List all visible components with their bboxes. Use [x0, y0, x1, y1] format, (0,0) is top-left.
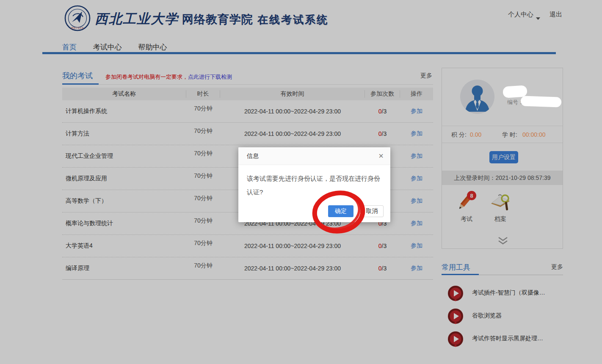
dialog-message: 该考试需要先进行身份认证，是否现在进行身份认证? — [247, 172, 384, 199]
confirm-button[interactable]: 确定 — [328, 205, 353, 217]
cancel-button[interactable]: 取消 — [360, 205, 384, 217]
dialog-title: 信息 — [247, 152, 259, 160]
info-dialog: 信息 × 该考试需要先进行身份认证，是否现在进行身份认证? 确定 取消 — [238, 147, 390, 222]
dialog-header: 信息 × — [238, 147, 390, 165]
close-icon[interactable]: × — [378, 151, 384, 160]
page: { "header": { "university": "西北工业大学", "c… — [0, 0, 602, 364]
